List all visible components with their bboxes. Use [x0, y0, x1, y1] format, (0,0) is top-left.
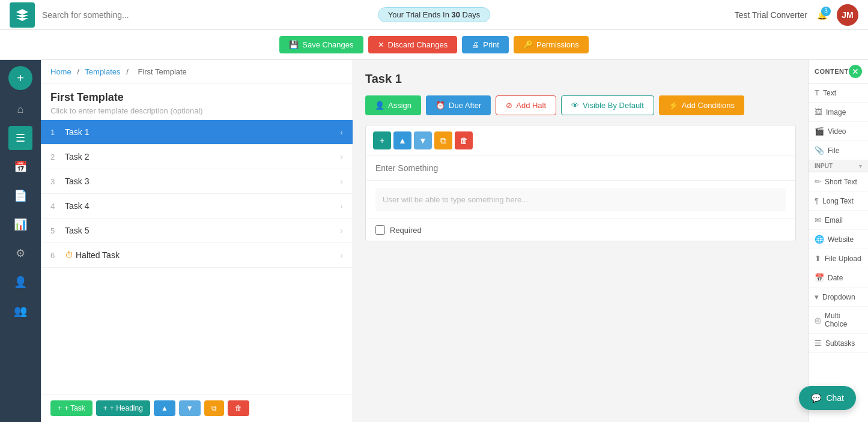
- task-item[interactable]: 1 ‹: [41, 120, 353, 145]
- card-input-placeholder: User will be able to type something here…: [375, 188, 786, 211]
- panel-item-video[interactable]: 🎬 Video: [809, 122, 868, 141]
- copy-button[interactable]: ⧉: [204, 400, 224, 416]
- sidebar-item-settings[interactable]: ⚙: [8, 241, 32, 265]
- panel-input-divider: INPUT ▾: [809, 160, 868, 172]
- content-area: Home / Templates / First Template First …: [41, 60, 868, 422]
- breadcrumb: Home / Templates / First Template: [41, 60, 353, 84]
- panel-item-website[interactable]: 🌐 Website: [809, 230, 868, 249]
- notification-badge: 3: [821, 7, 831, 16]
- panel-item-label: Subtasks: [825, 339, 855, 348]
- panel-item-label: Long Text: [822, 197, 854, 205]
- sidebar-item-list[interactable]: ☰: [8, 126, 32, 150]
- panel-item-label: File Upload: [825, 255, 861, 263]
- move-down-button[interactable]: ▼: [179, 400, 201, 416]
- website-icon: 🌐: [815, 235, 824, 244]
- card-up-button[interactable]: ▲: [393, 131, 411, 149]
- trial-banner: Your Trial Ends In 30 Days: [378, 7, 490, 22]
- card-delete-button[interactable]: 🗑: [455, 131, 473, 149]
- panel-item-label: Text: [823, 89, 836, 97]
- add-heading-button[interactable]: + + Heading: [96, 400, 150, 416]
- breadcrumb-current: First Template: [138, 67, 186, 76]
- print-icon: 🖨: [472, 40, 479, 49]
- chevron-right-icon: ›: [340, 176, 343, 186]
- add-halt-button[interactable]: ⊘ Add Halt: [496, 95, 556, 115]
- card-down-button[interactable]: ▼: [414, 131, 432, 149]
- card-label-input[interactable]: [375, 163, 786, 173]
- sidebar-item-document[interactable]: 📄: [8, 184, 32, 208]
- panel-item-date[interactable]: 📅 Date: [809, 268, 868, 288]
- required-checkbox[interactable]: [375, 225, 385, 235]
- breadcrumb-templates[interactable]: Templates: [85, 67, 120, 76]
- panel-item-label: Website: [828, 235, 854, 244]
- task-number: 4: [50, 202, 65, 211]
- add-task-button[interactable]: + + Task: [50, 400, 93, 416]
- task-name-input[interactable]: [65, 127, 340, 137]
- panel-item-file-upload[interactable]: ⬆ File Upload: [809, 249, 868, 268]
- topbar: Your Trial Ends In 30 Days Test Trial Co…: [0, 0, 868, 30]
- move-up-button[interactable]: ▲: [154, 400, 175, 416]
- discard-button[interactable]: ✕ Discard Changes: [368, 36, 458, 53]
- task-number: 5: [50, 226, 65, 235]
- search-input[interactable]: [42, 10, 282, 20]
- assign-button[interactable]: 👤 Assign: [365, 95, 421, 115]
- right-panel-header: CONTENT ✕: [809, 60, 868, 83]
- visible-by-default-button[interactable]: 👁 Visible By Default: [561, 95, 654, 115]
- sidebar-item-calendar[interactable]: 📅: [8, 155, 32, 179]
- panel-item-long-text[interactable]: ¶ Long Text: [809, 191, 868, 211]
- chat-fab-button[interactable]: 💬 Chat: [799, 386, 856, 410]
- breadcrumb-home[interactable]: Home: [50, 67, 71, 76]
- template-description[interactable]: Click to enter template description (opt…: [50, 106, 343, 115]
- sidebar-item-team[interactable]: 👥: [8, 299, 32, 323]
- task-title: Task 1: [365, 72, 796, 86]
- panel-item-dropdown[interactable]: ▾ Dropdown: [809, 288, 868, 307]
- image-icon: 🖼: [815, 107, 822, 116]
- right-panel-close-button[interactable]: ✕: [849, 65, 862, 78]
- chevron-left-icon: ‹: [340, 127, 343, 137]
- plus-icon: +: [58, 404, 62, 412]
- chevron-down-icon: ▾: [859, 163, 862, 169]
- card-add-button[interactable]: +: [373, 131, 391, 149]
- task-name: Halted Task: [76, 250, 340, 260]
- avatar[interactable]: JM: [837, 4, 858, 26]
- add-conditions-button[interactable]: ⚡ Add Conditions: [659, 95, 744, 115]
- task-item[interactable]: 4 Task 4 ›: [41, 194, 353, 219]
- card-required-area: Required: [366, 219, 795, 241]
- logo-icon: [10, 2, 35, 28]
- chevron-right-icon: ›: [340, 226, 343, 235]
- sidebar-item-user[interactable]: 👤: [8, 270, 32, 294]
- task-item[interactable]: 5 Task 5 ›: [41, 219, 353, 243]
- notification-bell[interactable]: 🔔 3: [817, 10, 827, 20]
- delete-button[interactable]: 🗑: [228, 400, 249, 416]
- task-list: 1 ‹ 2 Task 2 › 3 Task 3 › 4 Task 4: [41, 120, 353, 394]
- panel-item-label: Image: [826, 108, 846, 116]
- main-task-area: Task 1 👤 Assign ⏰ Due After ⊘ Add Halt 👁…: [353, 60, 808, 422]
- date-icon: 📅: [815, 273, 824, 282]
- sidebar-item-home[interactable]: ⌂: [8, 97, 32, 121]
- save-button[interactable]: 💾 Save Changes: [279, 36, 363, 53]
- panel-item-short-text[interactable]: ✏ Short Text: [809, 172, 868, 191]
- task-item[interactable]: 2 Task 2 ›: [41, 145, 353, 169]
- panel-item-email[interactable]: ✉ Email: [809, 211, 868, 230]
- copy-icon: ⧉: [211, 404, 217, 412]
- sidebar-item-chart[interactable]: 📊: [8, 213, 32, 237]
- panel-item-subtasks[interactable]: ☰ Subtasks: [809, 334, 868, 353]
- task-item[interactable]: 6 ⏱ Halted Task ›: [41, 243, 353, 268]
- task-item[interactable]: 3 Task 3 ›: [41, 169, 353, 194]
- halt-circle-icon: ⊘: [506, 101, 512, 110]
- card-toolbar: + ▲ ▼ ⧉ 🗑: [366, 125, 795, 156]
- task-name: Task 4: [65, 201, 340, 211]
- card-copy-button[interactable]: ⧉: [434, 131, 452, 149]
- panel-item-label: Short Text: [825, 178, 857, 186]
- panel-item-image[interactable]: 🖼 Image: [809, 103, 868, 122]
- template-title: First Template: [50, 91, 343, 104]
- panel-item-file[interactable]: 📎 File: [809, 141, 868, 160]
- task-number: 6: [50, 251, 65, 260]
- permissions-button[interactable]: 🔑 Permissions: [514, 36, 589, 53]
- print-button[interactable]: 🖨 Print: [462, 36, 509, 53]
- input-section-label: INPUT: [815, 163, 833, 169]
- due-after-button[interactable]: ⏰ Due After: [426, 95, 491, 115]
- sidebar-add-button[interactable]: +: [8, 66, 32, 90]
- panel-item-text[interactable]: T Text: [809, 83, 868, 103]
- content-card: + ▲ ▼ ⧉ 🗑 User will be able to type some…: [365, 125, 796, 241]
- panel-item-multi-choice[interactable]: ◎ Multi Choice: [809, 307, 868, 334]
